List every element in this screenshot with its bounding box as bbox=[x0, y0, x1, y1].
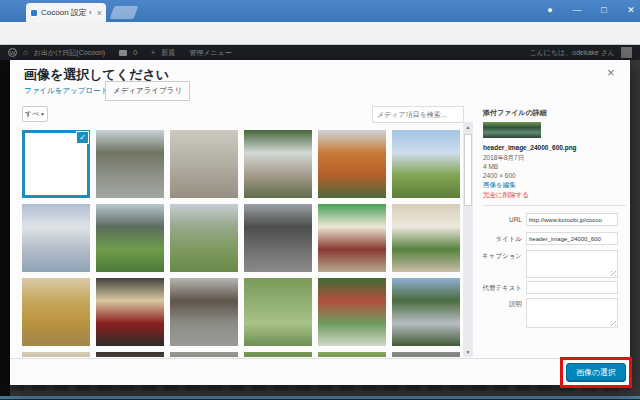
title-field[interactable] bbox=[526, 232, 618, 245]
alt-text-field[interactable] bbox=[526, 281, 618, 294]
caption-field[interactable] bbox=[526, 250, 618, 278]
wp-admin-bar: W ⌂ お出かけ日記(Cocoon) 0 + 新規 管理メニュー こんにちは、o… bbox=[0, 45, 640, 60]
tab-media-library[interactable]: メディアライブラリ bbox=[105, 81, 190, 101]
thumbnail-image bbox=[318, 130, 386, 198]
media-item-old-wooden-building[interactable] bbox=[170, 278, 238, 346]
plus-icon[interactable]: + bbox=[151, 49, 155, 56]
thumbnail-image bbox=[392, 204, 460, 272]
media-item-ropeway-station[interactable] bbox=[318, 204, 386, 272]
minimize-button[interactable]: — bbox=[570, 4, 584, 16]
screen: Cocoon 設定 ‹ お出かけ日 × ● — □ ✕ ← → ↻ i 保護され… bbox=[0, 0, 640, 400]
modal-footer bbox=[10, 358, 630, 385]
dimmed-admin-menu bbox=[0, 60, 10, 400]
description-field[interactable] bbox=[526, 298, 618, 328]
browser-navbar: ← → ↻ i 保護されていません | www.kuroobi.jp/cocoo… bbox=[0, 22, 640, 45]
scrollbar-thumb[interactable] bbox=[464, 134, 472, 206]
description-field-label: 説明 bbox=[476, 300, 522, 309]
thumbnail-image bbox=[244, 204, 312, 272]
thumbnail-image bbox=[170, 278, 238, 346]
media-filter-dropdown[interactable]: すべて ▼ bbox=[22, 106, 48, 122]
thumbnail-image bbox=[392, 130, 460, 198]
new-tab-button[interactable] bbox=[110, 6, 139, 19]
scroll-up-icon[interactable]: ▲ bbox=[463, 122, 473, 132]
attachment-filename: header_image_24000_600.png bbox=[483, 144, 633, 151]
attachment-thumbnail bbox=[483, 122, 541, 138]
media-item-rice-bowl-seaweed[interactable] bbox=[392, 204, 460, 272]
admin-bar-menu[interactable]: 管理メニュー bbox=[189, 48, 232, 58]
delete-permanently-link[interactable]: 完全に削除する bbox=[483, 191, 529, 200]
thumbnail-image bbox=[96, 130, 164, 198]
home-icon[interactable]: ⌂ bbox=[23, 48, 28, 57]
media-item-stone-hot-spring[interactable] bbox=[170, 130, 238, 198]
thumbnail-image bbox=[22, 278, 90, 346]
thumbnail-image bbox=[392, 278, 460, 346]
title-field-label: タイトル bbox=[476, 235, 522, 244]
media-filter-label: すべて bbox=[25, 109, 39, 119]
media-item-garden-pond-maple[interactable] bbox=[318, 278, 386, 346]
avatar[interactable] bbox=[621, 47, 632, 58]
media-item-partial-row-3[interactable] bbox=[170, 352, 238, 357]
media-item-pasture-with-fence[interactable] bbox=[96, 204, 164, 272]
media-item-partial-row-1[interactable] bbox=[22, 352, 90, 357]
media-item-volcanic-ash-plume[interactable] bbox=[244, 204, 312, 272]
media-item-shopping-street[interactable] bbox=[96, 130, 164, 198]
media-item-volcano-over-city[interactable] bbox=[22, 204, 90, 272]
tab-close-icon[interactable]: × bbox=[97, 8, 102, 18]
thumbnail-image bbox=[244, 278, 312, 346]
edit-image-link[interactable]: 画像を編集 bbox=[483, 181, 516, 190]
media-item-partial-row-5[interactable] bbox=[318, 352, 386, 357]
media-item-takachiho-gorge-waterfall[interactable]: ✓ bbox=[22, 130, 90, 198]
admin-bar-new[interactable]: 新規 bbox=[161, 48, 175, 58]
attachment-date: 2018年8月7日 bbox=[483, 154, 524, 163]
wordpress-logo-icon[interactable]: W bbox=[8, 48, 17, 57]
media-item-partial-row-6[interactable] bbox=[392, 352, 460, 357]
thumbnail-image bbox=[170, 130, 238, 198]
red-annotation-box bbox=[560, 357, 632, 388]
thumbnail-image bbox=[318, 278, 386, 346]
media-item-grassland-hill[interactable] bbox=[170, 204, 238, 272]
attachment-details-heading: 添付ファイルの詳細 bbox=[483, 108, 547, 118]
alt-text-field-label: 代替テキスト bbox=[476, 284, 522, 293]
search-input[interactable] bbox=[372, 106, 464, 123]
comments-count[interactable]: 0 bbox=[133, 49, 137, 56]
media-item-spring-pond[interactable] bbox=[244, 278, 312, 346]
media-item-orange-hell-pond[interactable] bbox=[318, 130, 386, 198]
favicon-icon bbox=[30, 9, 38, 17]
thumbnail-image bbox=[318, 204, 386, 272]
media-item-partial-row-2[interactable] bbox=[96, 352, 164, 357]
media-item-tempura-basket[interactable] bbox=[22, 278, 90, 346]
window-close-button[interactable]: ✕ bbox=[624, 4, 638, 16]
grid-scrollbar[interactable]: ▲ ▼ bbox=[463, 122, 473, 357]
thumbnail-image bbox=[244, 130, 312, 198]
thumbnail-image bbox=[22, 204, 90, 272]
admin-bar-greeting[interactable]: こんにちは、odekake さん bbox=[529, 48, 615, 58]
check-icon: ✓ bbox=[76, 131, 89, 144]
attachment-dimensions: 2400 × 600 bbox=[483, 172, 516, 179]
page-background bbox=[10, 384, 630, 391]
media-modal: 画像を選択してください × ファイルをアップロード メディアライブラリ すべて … bbox=[10, 60, 630, 385]
admin-bar-site-name[interactable]: お出かけ日記(Cocoon) bbox=[34, 48, 105, 58]
media-grid: ✓ bbox=[22, 130, 462, 357]
chevron-down-icon: ▼ bbox=[40, 111, 45, 117]
browser-titlebar: Cocoon 設定 ‹ お出かけ日 × ● — □ ✕ bbox=[0, 0, 640, 22]
url-field[interactable] bbox=[526, 213, 618, 226]
media-item-suspension-bridge[interactable] bbox=[392, 278, 460, 346]
url-field-label: URL bbox=[476, 216, 522, 223]
media-item-grassy-hill-sky[interactable] bbox=[392, 130, 460, 198]
tab-title: Cocoon 設定 ‹ お出かけ日 bbox=[41, 7, 94, 18]
profile-icon[interactable]: ● bbox=[543, 4, 557, 16]
tab-upload-files[interactable]: ファイルをアップロード bbox=[24, 86, 108, 96]
maximize-button[interactable]: □ bbox=[597, 4, 611, 16]
resize-grip-icon[interactable] bbox=[611, 321, 616, 326]
media-item-partial-row-4[interactable] bbox=[244, 352, 312, 357]
modal-close-icon[interactable]: × bbox=[607, 65, 615, 80]
scroll-down-icon[interactable]: ▼ bbox=[463, 347, 473, 357]
thumbnail-image bbox=[96, 278, 164, 346]
media-item-soba-noodles-tray[interactable] bbox=[96, 278, 164, 346]
comments-bubble-icon[interactable] bbox=[119, 50, 127, 56]
media-item-steaming-fumaroles[interactable] bbox=[244, 130, 312, 198]
attachment-filesize: 4 MB bbox=[483, 163, 498, 170]
browser-tab[interactable]: Cocoon 設定 ‹ お出かけ日 × bbox=[26, 3, 106, 22]
sidebar-divider bbox=[483, 205, 626, 206]
resize-grip-icon[interactable] bbox=[611, 271, 616, 276]
